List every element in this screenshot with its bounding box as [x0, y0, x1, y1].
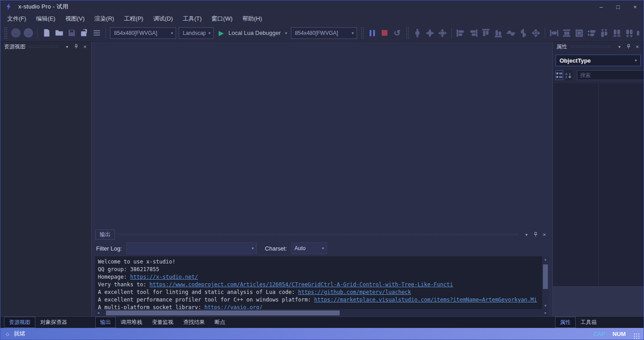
console-link[interactable]: https://x-studio.net/: [130, 274, 198, 280]
status-ready-text: 就绪: [14, 330, 25, 338]
navigate-back-button[interactable]: ←: [9, 27, 22, 39]
scroll-right-icon[interactable]: ►: [543, 311, 549, 315]
output-console[interactable]: Welcome to use x-studio! QQ group: 38621…: [95, 256, 549, 309]
size-to-grid-button[interactable]: [636, 27, 642, 39]
toolbar-grip[interactable]: [4, 27, 8, 39]
same-size-button[interactable]: [573, 27, 585, 39]
anchor-vertical-button[interactable]: [411, 27, 424, 39]
property-grid[interactable]: [553, 83, 644, 287]
panel-menu-chevron-icon[interactable]: ▾: [523, 231, 530, 238]
stop-button[interactable]: [379, 27, 391, 39]
menu-help[interactable]: 帮助(H): [237, 13, 267, 25]
navigate-forward-button[interactable]: →: [22, 27, 34, 39]
title-bar: x-studio Pro - 试用 – □ ×: [0, 0, 644, 13]
distribute-horizontal-button[interactable]: [585, 27, 598, 39]
design-canvas[interactable]: [92, 42, 552, 229]
maximize-button[interactable]: □: [610, 0, 627, 13]
scrollbar-track[interactable]: [542, 263, 549, 303]
scroll-left-icon[interactable]: ◄: [95, 311, 101, 315]
menu-project[interactable]: 工程(P): [119, 13, 148, 25]
tab-toolbox[interactable]: 工具箱: [576, 317, 602, 328]
distribute-vertical-button[interactable]: [598, 27, 610, 39]
menu-tools[interactable]: 工具(T): [178, 13, 207, 25]
center-area: 输出 ▾ × Filter Log: ▾ Charset: Auto ▾: [92, 42, 552, 316]
tab-resource-view[interactable]: 资源视图: [4, 317, 35, 328]
tab-find-results[interactable]: 查找结果: [178, 317, 210, 328]
open-folder-button[interactable]: [53, 27, 65, 39]
align-right-button[interactable]: [467, 27, 480, 39]
resize-grip[interactable]: [634, 333, 640, 340]
same-width-icon: [550, 29, 559, 38]
scrollbar-thumb[interactable]: [106, 310, 340, 315]
console-link[interactable]: https://marketplace.visualstudio.com/ite…: [314, 297, 537, 303]
scrollbar-track[interactable]: [101, 310, 543, 315]
align-bottom-button[interactable]: [492, 27, 505, 39]
scroll-up-icon[interactable]: ▲: [544, 256, 547, 263]
stop-icon: [382, 30, 387, 36]
panel-close-icon[interactable]: ×: [541, 231, 548, 238]
chevron-down-icon[interactable]: ▾: [285, 31, 287, 35]
console-link[interactable]: https://yasio.org/: [204, 304, 262, 309]
tab-watch[interactable]: 变量监视: [147, 317, 178, 328]
anchor-center-button[interactable]: [424, 27, 436, 39]
scroll-down-icon[interactable]: ▼: [544, 303, 547, 309]
property-search-input[interactable]: [580, 72, 644, 78]
tab-call-stack[interactable]: 调用堆栈: [116, 317, 147, 328]
menu-window[interactable]: 窗口(W): [206, 13, 237, 25]
filter-log-select[interactable]: ▾: [126, 242, 257, 254]
pin-icon[interactable]: [72, 43, 80, 50]
menu-render[interactable]: 渲染(R): [89, 13, 119, 25]
save-all-button[interactable]: [78, 27, 90, 39]
console-horizontal-scrollbar[interactable]: ◄ ►: [95, 310, 549, 316]
anchor-all-button[interactable]: [436, 27, 449, 39]
menu-edit[interactable]: 编辑(E): [31, 13, 60, 25]
header-dotted-leader: [118, 233, 518, 236]
run-button[interactable]: ▶: [215, 27, 227, 39]
simulator-resolution-select[interactable]: 854x480[FWVGA] ▾: [291, 27, 357, 39]
console-link[interactable]: https://www.codeproject.com/Articles/126…: [150, 281, 453, 288]
pin-icon[interactable]: [532, 231, 539, 238]
space-across-button[interactable]: [610, 27, 623, 39]
console-link[interactable]: https://github.com/mpeterv/luacheck: [298, 289, 411, 295]
panel-menu-chevron-icon[interactable]: ▾: [63, 43, 71, 50]
scrollbar-thumb[interactable]: [543, 264, 548, 289]
restart-button[interactable]: ↺: [391, 27, 404, 39]
new-file-button[interactable]: [40, 27, 53, 39]
align-center-vertical-button[interactable]: [517, 27, 530, 39]
categorized-view-button[interactable]: [556, 70, 563, 80]
charset-select[interactable]: Auto ▾: [291, 242, 327, 254]
orientation-select[interactable]: Landscap ▾: [179, 27, 214, 39]
save-button[interactable]: [65, 27, 78, 39]
tab-breakpoints[interactable]: 断点: [210, 317, 230, 328]
minimize-button[interactable]: –: [593, 0, 610, 13]
tab-properties[interactable]: 属性: [555, 317, 576, 328]
menu-file[interactable]: 文件(F): [2, 13, 31, 25]
space-down-button[interactable]: [623, 27, 636, 39]
menu-debug[interactable]: 调试(D): [148, 13, 178, 25]
pause-button[interactable]: [366, 27, 379, 39]
console-vertical-scrollbar[interactable]: ▲ ▼: [542, 256, 549, 309]
tab-output[interactable]: 输出: [95, 317, 116, 328]
panel-menu-chevron-icon[interactable]: ▾: [616, 43, 623, 50]
close-button[interactable]: ×: [627, 0, 644, 13]
align-left-button[interactable]: [455, 27, 467, 39]
panel-close-icon[interactable]: ×: [634, 43, 641, 50]
same-width-button[interactable]: [548, 27, 560, 39]
pause-icon: [370, 30, 375, 36]
properties-title: 属性: [556, 43, 567, 51]
align-center-both-button[interactable]: [530, 27, 542, 39]
resource-view-body[interactable]: [0, 51, 91, 316]
menu-list-button[interactable]: [90, 27, 103, 39]
pin-icon[interactable]: [625, 43, 632, 50]
panel-close-icon[interactable]: ×: [81, 43, 88, 50]
align-center-horizontal-button[interactable]: [505, 27, 517, 39]
design-resolution-select[interactable]: 854x480[FWVGA] ▾: [110, 27, 176, 39]
tab-object-explorer[interactable]: 对象探查器: [35, 317, 72, 328]
object-type-select[interactable]: ObjectType ▾: [556, 55, 641, 66]
align-top-button[interactable]: [480, 27, 492, 39]
menu-view[interactable]: 视图(V): [60, 13, 89, 25]
same-height-button[interactable]: [560, 27, 573, 39]
debugger-label[interactable]: Local Lua Debugger: [228, 30, 281, 36]
menu-bar: 文件(F) 编辑(E) 视图(V) 渲染(R) 工程(P) 调试(D) 工具(T…: [0, 13, 644, 25]
alphabetical-sort-button[interactable]: AZ: [564, 70, 572, 80]
